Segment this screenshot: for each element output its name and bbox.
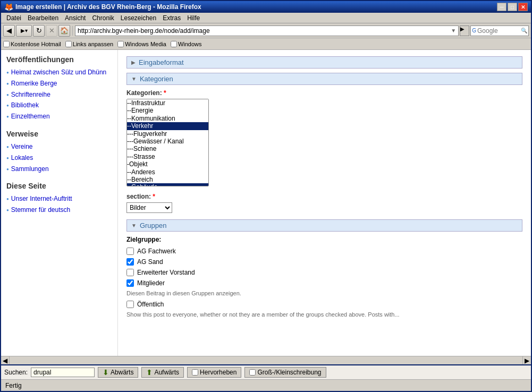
- list-item[interactable]: --Energie: [127, 107, 208, 114]
- list-item[interactable]: ---Schiene: [127, 145, 208, 152]
- sidebar-link-romerike[interactable]: ● Romerike Berge: [6, 79, 112, 88]
- bookmark-hotmail[interactable]: Kostenlose Hotmail: [3, 41, 61, 47]
- list-item[interactable]: ---Flugverkehr: [127, 130, 208, 138]
- kategorien-toggle[interactable]: ▼: [131, 76, 137, 82]
- h-scroll-left[interactable]: ◀: [1, 356, 10, 365]
- kategorien-group: Kategorien: * --Infrastruktur --Energie …: [126, 89, 522, 186]
- menu-extras[interactable]: Extras: [159, 14, 184, 22]
- minimize-button[interactable]: ─: [497, 3, 506, 11]
- bullet-icon: ●: [6, 207, 9, 213]
- menu-chronik[interactable]: Chronik: [89, 14, 117, 22]
- kategorien-header[interactable]: ▼ Kategorien: [126, 73, 522, 85]
- bullet-icon: ●: [6, 81, 9, 87]
- section-select[interactable]: Bilder Dokumente Videos: [126, 202, 172, 213]
- bookmark-windows-media-checkbox[interactable]: [117, 41, 124, 47]
- search-submit-icon[interactable]: 🔍: [521, 28, 527, 33]
- bullet-icon: ●: [6, 103, 9, 108]
- sidebar-link-heimat[interactable]: ● Heimat zwischen Sülz und Dhünn: [6, 68, 112, 77]
- list-item[interactable]: --Bereich: [127, 176, 208, 183]
- h-scroll-track: [10, 356, 522, 365]
- bottom-search-input[interactable]: [31, 368, 95, 377]
- eingabeformat-toggle[interactable]: ▶: [131, 59, 136, 65]
- maximize-button[interactable]: □: [508, 3, 517, 11]
- required-marker2: *: [153, 193, 155, 200]
- checkbox-row-offentlich[interactable]: Öffentlich: [126, 301, 522, 308]
- eingabeformat-header[interactable]: ▶ Eingabeformat: [126, 56, 522, 69]
- sidebar-link-einzelthemen[interactable]: ● Einzelthemen: [6, 112, 112, 121]
- status-text: Fertig: [5, 382, 22, 389]
- checkbox-row-mitglieder[interactable]: Mitglieder: [126, 279, 522, 287]
- menu-hilfe[interactable]: Hilfe: [184, 14, 203, 22]
- bookmark-windows-checkbox[interactable]: [171, 41, 177, 47]
- eingabeformat-section: ▶ Eingabeformat: [126, 56, 522, 69]
- gruppen-toggle[interactable]: ▼: [131, 223, 137, 228]
- list-item[interactable]: --Verkehr: [127, 122, 208, 130]
- bookmark-windows-media[interactable]: Windows Media: [117, 41, 166, 47]
- checkbox-row-fachwerk[interactable]: AG Fachwerk: [126, 248, 522, 255]
- sidebar-title-veroffentlichungen: Veröffentlichungen: [6, 55, 112, 64]
- kategorien-listbox[interactable]: --Infrastruktur --Energie --Kommunikatio…: [126, 99, 209, 186]
- menu-lesezeichen[interactable]: Lesezeichen: [117, 14, 159, 22]
- sidebar-link-sammlungen[interactable]: ● Sammlungen: [6, 165, 112, 174]
- list-item[interactable]: --Gebäude: [127, 183, 208, 186]
- checkbox-row-sand[interactable]: AG Sand: [126, 258, 522, 266]
- sidebar-link-stemmer[interactable]: ● Stemmer für deutsch: [6, 206, 112, 215]
- address-input-wrapper: ▼: [75, 25, 459, 36]
- list-item[interactable]: -Objekt: [127, 160, 208, 168]
- list-item[interactable]: ---Gewässer / Kanal: [127, 138, 208, 145]
- hervorheben-button[interactable]: Hervorheben: [187, 367, 241, 378]
- home-button[interactable]: 🏠: [58, 25, 70, 37]
- checkbox-fachwerk[interactable]: [126, 248, 134, 255]
- aufwarts-button[interactable]: ⬆ Aufwärts: [141, 367, 184, 378]
- gruppen-content: Zielgruppe: AG Fachwerk AG Sand Erweiter…: [126, 236, 522, 318]
- checkbox-row-vorstand[interactable]: Erweiterter Vorstand: [126, 269, 522, 276]
- go-button[interactable]: ▶: [460, 25, 469, 36]
- search-input[interactable]: [477, 27, 520, 35]
- bookmark-hotmail-checkbox[interactable]: [3, 41, 10, 47]
- sidebar-link-schriften[interactable]: ● Schriftenreihe: [6, 90, 112, 99]
- gruppen-header[interactable]: ▼ Gruppen: [126, 219, 522, 232]
- checkbox-vorstand[interactable]: [126, 269, 134, 276]
- bookmark-links[interactable]: Links anpassen: [65, 41, 113, 47]
- kategorien-title: Kategorien: [140, 75, 173, 83]
- list-item[interactable]: ---Strasse: [127, 153, 208, 160]
- aufwarts-icon: ⬆: [146, 368, 153, 377]
- h-scroll-right[interactable]: ▶: [522, 356, 531, 365]
- bullet-icon: ●: [6, 155, 9, 161]
- abwarts-icon: ⬇: [103, 368, 109, 377]
- list-item[interactable]: --Anderes: [127, 168, 208, 176]
- checkbox-sand[interactable]: [126, 258, 134, 266]
- back-button[interactable]: ◀: [3, 25, 15, 37]
- checkbox-mitglieder[interactable]: [126, 279, 134, 287]
- menu-ansicht[interactable]: Ansicht: [62, 14, 89, 22]
- checkbox-offentlich[interactable]: [126, 301, 134, 308]
- close-button[interactable]: ✕: [518, 3, 528, 11]
- stop-button[interactable]: ✕: [46, 25, 57, 37]
- browser-window: 🦊 Image erstellen | Archiv des BGV Rhein…: [0, 0, 532, 392]
- abwarts-button[interactable]: ⬇ Abwärts: [98, 367, 138, 378]
- sidebar-link-vereine[interactable]: ● Vereine: [6, 142, 112, 151]
- bookmark-links-checkbox[interactable]: [65, 41, 72, 47]
- section-label: section: *: [126, 193, 522, 200]
- menu-bearbeiten[interactable]: Bearbeiten: [24, 14, 62, 22]
- horizontal-scrollbar[interactable]: ◀ ▶: [1, 356, 531, 364]
- sidebar-link-lokales[interactable]: ● Lokales: [6, 154, 112, 163]
- gross-button[interactable]: Groß-/Kleinschreibung: [244, 367, 326, 378]
- address-input[interactable]: [78, 27, 451, 35]
- list-item[interactable]: --Kommunikation: [127, 115, 208, 122]
- forward-button[interactable]: ▶▾: [16, 25, 32, 37]
- sidebar-link-internet-auftritt[interactable]: ● Unser Internet-Auftritt: [6, 194, 112, 203]
- list-item[interactable]: --Infrastruktur: [127, 99, 208, 107]
- hervorheben-checkbox[interactable]: [192, 369, 198, 376]
- title-bar-left: 🦊 Image erstellen | Archiv des BGV Rhein…: [4, 3, 201, 11]
- sidebar-link-bibliothek[interactable]: ● Bibliothek: [6, 101, 112, 110]
- gross-checkbox[interactable]: [249, 369, 256, 376]
- bookmark-windows[interactable]: Windows: [171, 41, 202, 47]
- menu-datei[interactable]: Datei: [3, 14, 24, 22]
- listbox-wrapper: --Infrastruktur --Energie --Kommunikatio…: [126, 99, 522, 186]
- address-dropdown-icon[interactable]: ▼: [451, 28, 456, 33]
- eingabeformat-title: Eingabeformat: [139, 58, 184, 66]
- content-inner: ▶ Eingabeformat ▼ Kategorien Kategorien:…: [118, 50, 531, 322]
- gruppen-title: Gruppen: [140, 221, 167, 229]
- reload-button[interactable]: ↻: [33, 25, 45, 37]
